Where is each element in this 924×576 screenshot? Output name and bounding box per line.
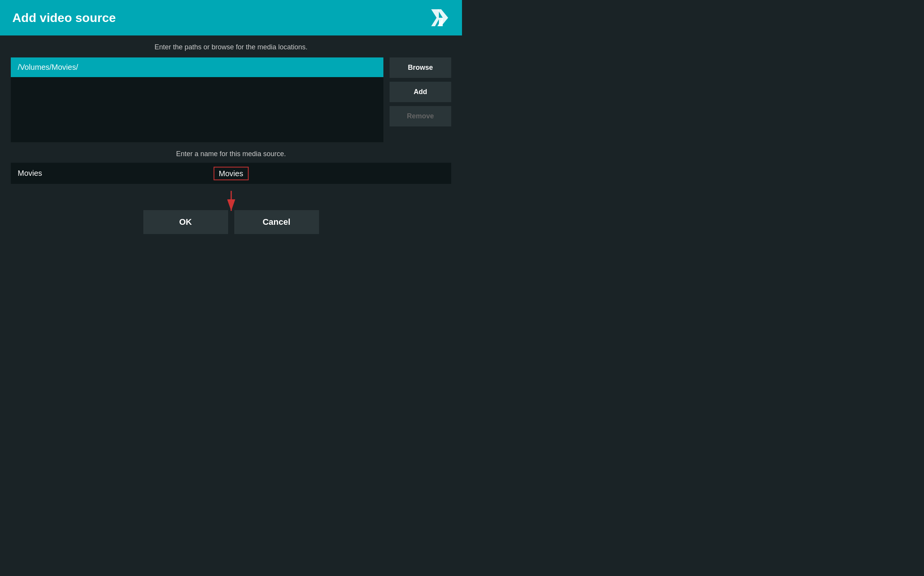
dialog-title: Add video source — [12, 11, 116, 25]
path-instruction: Enter the paths or browse for the media … — [11, 43, 451, 51]
remove-button[interactable]: Remove — [390, 106, 451, 126]
ok-button[interactable]: OK — [143, 210, 228, 234]
cancel-button[interactable]: Cancel — [234, 210, 319, 234]
dialog-header: Add video source — [0, 0, 462, 35]
kodi-logo-icon — [430, 8, 450, 28]
name-input-container: Movies — [11, 163, 451, 184]
media-source-name-input[interactable] — [11, 163, 451, 184]
side-buttons: Browse Add Remove — [390, 57, 451, 142]
source-item-selected[interactable]: /Volumes/Movies/ — [11, 57, 383, 77]
source-list-empty-area — [11, 77, 383, 142]
bottom-buttons: OK Cancel — [143, 210, 319, 234]
source-list: /Volumes/Movies/ — [11, 57, 383, 142]
browse-button[interactable]: Browse — [390, 57, 451, 78]
dialog-body: Enter the paths or browse for the media … — [0, 35, 462, 288]
bottom-section: OK Cancel — [11, 191, 451, 234]
name-instruction: Enter a name for this media source. — [11, 150, 451, 158]
add-button[interactable]: Add — [390, 82, 451, 102]
add-video-source-dialog: Add video source Enter the paths or brow… — [0, 0, 462, 288]
sources-area: /Volumes/Movies/ Browse Add Remove — [11, 57, 451, 142]
